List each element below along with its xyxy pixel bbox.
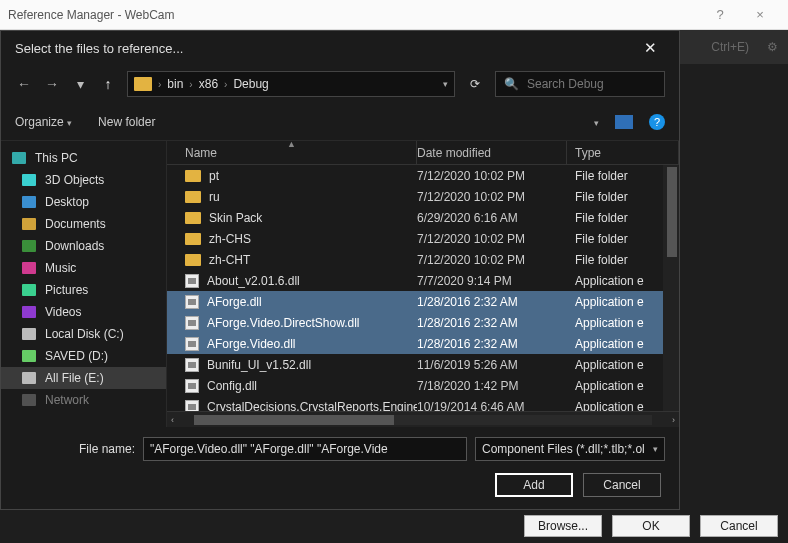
dll-file-icon (185, 295, 199, 309)
file-type-filter[interactable]: Component Files (*.dll;*.tlb;*.ol▾ (475, 437, 665, 461)
file-date: 6/29/2020 6:16 AM (417, 211, 567, 225)
file-name: pt (209, 169, 219, 183)
file-list: pt7/12/2020 10:02 PMFile folderru7/12/20… (167, 165, 679, 411)
sidebar-item-label: Videos (45, 305, 81, 319)
sidebar-item-desktop[interactable]: Desktop (1, 191, 166, 213)
sidebar-item-pictures[interactable]: Pictures (1, 279, 166, 301)
file-row[interactable]: AForge.dll1/28/2016 2:32 AMApplication e (167, 291, 679, 312)
file-row[interactable]: AForge.Video.dll1/28/2016 2:32 AMApplica… (167, 333, 679, 354)
sidebar-item-local-disk-c-[interactable]: Local Disk (C:) (1, 323, 166, 345)
sidebar-item-3d-objects[interactable]: 3D Objects (1, 169, 166, 191)
sidebar: This PC3D ObjectsDesktopDocumentsDownloa… (1, 141, 166, 427)
sort-asc-icon: ▲ (287, 139, 296, 149)
dll-file-icon (185, 274, 199, 288)
folder-icon (185, 191, 201, 203)
cancel-button[interactable]: Cancel (700, 515, 778, 537)
file-open-dialog: Select the files to reference... ✕ ← → ▾… (0, 30, 680, 510)
file-name: ru (209, 190, 220, 204)
file-name: AForge.dll (207, 295, 262, 309)
search-icon: 🔍 (504, 77, 519, 91)
sidebar-item-documents[interactable]: Documents (1, 213, 166, 235)
sidebar-item-downloads[interactable]: Downloads (1, 235, 166, 257)
search-input[interactable]: 🔍 Search Debug (495, 71, 665, 97)
preview-pane-button[interactable] (615, 115, 633, 129)
help-icon[interactable]: ? (649, 114, 665, 130)
breadcrumb[interactable]: Debug (233, 77, 268, 91)
horizontal-scrollbar[interactable]: ‹ › (167, 411, 679, 427)
sidebar-item-label: Pictures (45, 283, 88, 297)
sidebar-item-label: Downloads (45, 239, 104, 253)
sidebar-item-this-pc[interactable]: This PC (1, 147, 166, 169)
new-folder-button[interactable]: New folder (98, 115, 155, 129)
back-icon[interactable]: ← (15, 76, 33, 92)
outer-titlebar: Reference Manager - WebCam ? × (0, 0, 788, 30)
file-row[interactable]: CrystalDecisions.CrystalReports.Engine.d… (167, 396, 679, 411)
network-icon (21, 393, 37, 407)
forward-icon[interactable]: → (43, 76, 61, 92)
file-date: 7/12/2020 10:02 PM (417, 190, 567, 204)
file-date: 1/28/2016 2:32 AM (417, 337, 567, 351)
settings-icon[interactable]: ⚙ (767, 40, 778, 54)
file-row[interactable]: ru7/12/2020 10:02 PMFile folder (167, 186, 679, 207)
dll-file-icon (185, 337, 199, 351)
view-mode-button[interactable]: ▾ (594, 115, 599, 129)
file-name-input[interactable] (143, 437, 467, 461)
pc-icon (11, 151, 27, 165)
chevron-right-icon: › (158, 79, 161, 90)
file-row[interactable]: zh-CHT7/12/2020 10:02 PMFile folder (167, 249, 679, 270)
file-row[interactable]: Bunifu_UI_v1.52.dll11/6/2019 5:26 AMAppl… (167, 354, 679, 375)
file-name: zh-CHS (209, 232, 251, 246)
file-name: CrystalDecisions.CrystalReports.Engine.d… (207, 400, 417, 412)
chevron-down-icon[interactable]: ▾ (443, 79, 448, 89)
folder-icon (185, 254, 201, 266)
vertical-scrollbar[interactable] (663, 165, 679, 411)
window-title: Reference Manager - WebCam (8, 8, 700, 22)
sidebar-item-all-file-e-[interactable]: All File (E:) (1, 367, 166, 389)
file-date: 7/12/2020 10:02 PM (417, 253, 567, 267)
organize-menu[interactable]: Organize ▾ (15, 115, 72, 129)
ok-button[interactable]: OK (612, 515, 690, 537)
dialog-header: Select the files to reference... ✕ (1, 31, 679, 65)
close-button[interactable]: × (740, 7, 780, 22)
up-icon[interactable]: ↑ (99, 76, 117, 92)
file-row[interactable]: AForge.Video.DirectShow.dll1/28/2016 2:3… (167, 312, 679, 333)
file-name: Config.dll (207, 379, 257, 393)
file-date: 11/6/2019 5:26 AM (417, 358, 567, 372)
history-dropdown-icon[interactable]: ▾ (71, 76, 89, 92)
sidebar-item-label: Documents (45, 217, 106, 231)
file-row[interactable]: zh-CHS7/12/2020 10:02 PMFile folder (167, 228, 679, 249)
cancel-button[interactable]: Cancel (583, 473, 661, 497)
help-button[interactable]: ? (700, 7, 740, 22)
sidebar-item-videos[interactable]: Videos (1, 301, 166, 323)
sidebar-item-label: 3D Objects (45, 173, 104, 187)
desktop-icon (21, 195, 37, 209)
column-header-date[interactable]: Date modified (417, 141, 567, 164)
sidebar-item-music[interactable]: Music (1, 257, 166, 279)
add-button[interactable]: Add (495, 473, 573, 497)
dialog-title: Select the files to reference... (15, 41, 183, 56)
file-date: 7/7/2020 9:14 PM (417, 274, 567, 288)
file-row[interactable]: pt7/12/2020 10:02 PMFile folder (167, 165, 679, 186)
search-placeholder: Search Debug (527, 77, 604, 91)
path-bar[interactable]: › bin › x86 › Debug ▾ (127, 71, 455, 97)
sidebar-item-label: SAVED (D:) (45, 349, 108, 363)
file-row[interactable]: Config.dll7/18/2020 1:42 PMApplication e (167, 375, 679, 396)
file-name: About_v2.01.6.dll (207, 274, 300, 288)
browse-button[interactable]: Browse... (524, 515, 602, 537)
sidebar-item-label: Music (45, 261, 76, 275)
sidebar-item-network[interactable]: Network (1, 389, 166, 411)
videos-icon (21, 305, 37, 319)
breadcrumb[interactable]: x86 (199, 77, 218, 91)
dll-file-icon (185, 316, 199, 330)
column-header-name[interactable]: Name▲ (167, 141, 417, 164)
refresh-icon[interactable]: ⟳ (465, 77, 485, 91)
file-row[interactable]: About_v2.01.6.dll7/7/2020 9:14 PMApplica… (167, 270, 679, 291)
sidebar-item-saved-d-[interactable]: SAVED (D:) (1, 345, 166, 367)
file-row[interactable]: Skin Pack6/29/2020 6:16 AMFile folder (167, 207, 679, 228)
sidebar-item-label: Network (45, 393, 89, 407)
dialog-close-icon[interactable]: ✕ (636, 35, 665, 61)
breadcrumb[interactable]: bin (167, 77, 183, 91)
sidebar-item-label: Desktop (45, 195, 89, 209)
pictures-icon (21, 283, 37, 297)
column-header-type[interactable]: Type (567, 141, 679, 164)
